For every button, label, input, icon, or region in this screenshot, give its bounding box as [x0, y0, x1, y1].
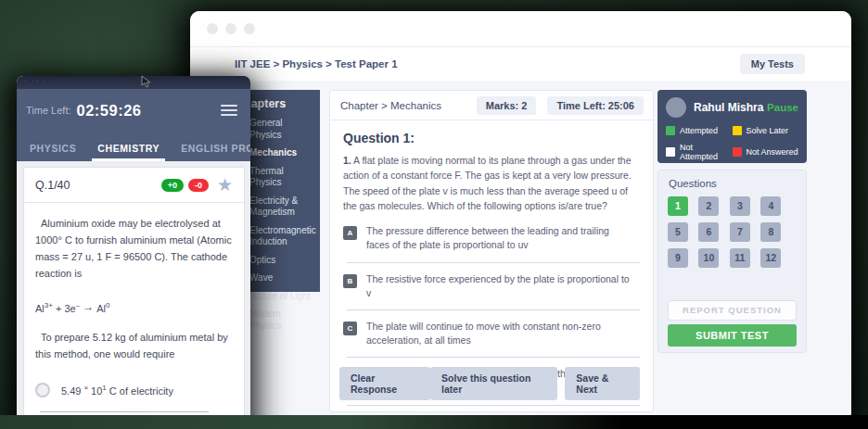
tab-english-proficiency[interactable]: ENGLISH PROFICIENCY — [175, 143, 250, 161]
chapter-breadcrumb: Chapter > Mechanics — [330, 100, 441, 111]
breadcrumb[interactable]: IIT JEE > Physics > Test Paper 1 — [235, 47, 398, 81]
user-row: Rahul Mishra Pause — [666, 97, 798, 118]
divider — [347, 262, 640, 263]
legend-not-answered: Not Answered — [733, 143, 799, 161]
option-a[interactable]: A The pressure difference between the le… — [343, 224, 640, 252]
question-4-button[interactable]: 4 — [760, 196, 781, 216]
phone-header: Time Left: 02:59:26 — [17, 89, 250, 132]
option-c-badge: C — [343, 322, 357, 335]
question-card: Chapter > Mechanics Marks: 2 Time Left: … — [329, 90, 654, 412]
tab-chemistry[interactable]: CHEMISTRY — [92, 143, 165, 161]
mouse-cursor — [141, 75, 152, 88]
not-answered-swatch — [733, 147, 742, 157]
browser-window: IIT JEE > Physics > Test Paper 1 My Test… — [190, 11, 851, 422]
mobile-app-overlay: Time Left: 02:59:26 PHYSICS CHEMISTRY EN… — [17, 76, 250, 429]
phone-question-text-2: To prepare 5.12 kg of aluminium metal by… — [35, 329, 233, 362]
user-panel: Rahul Mishra Pause Attempted Solve Later… — [657, 90, 807, 163]
time-left-label: Time Left: — [26, 105, 71, 116]
bookmark-star-icon[interactable]: ★ — [217, 176, 233, 194]
phone-question-meta: Q.1/40 +0 -0 ★ — [35, 176, 233, 194]
question-10-button[interactable]: 10 — [698, 248, 719, 268]
time-left-badge: Time Left: 25:06 — [547, 96, 644, 115]
user-name: Rahul Mishra — [694, 101, 763, 114]
solve-later-button[interactable]: Solve this question later — [430, 367, 557, 400]
phone-body: Q.1/40 +0 -0 ★ Aluminium oxide may be el… — [17, 161, 250, 429]
question-3-button[interactable]: 3 — [730, 196, 750, 216]
hamburger-menu-icon[interactable] — [221, 102, 237, 119]
option-a-badge: A — [343, 226, 357, 240]
question-card-header: Chapter > Mechanics Marks: 2 Time Left: … — [330, 91, 653, 120]
question-7-button[interactable]: 7 — [730, 222, 750, 242]
question-12-button[interactable]: 12 — [760, 248, 781, 268]
phone-option-1[interactable]: 5.49×101 C of electricity — [35, 383, 233, 397]
window-titlebar — [190, 11, 851, 47]
desk-surface — [0, 415, 868, 429]
radio-button[interactable] — [35, 383, 50, 397]
tab-physics[interactable]: PHYSICS — [24, 143, 82, 161]
window-control-dot — [207, 23, 218, 34]
attempted-swatch — [666, 126, 675, 135]
countdown-timer: 02:59:26 — [77, 102, 142, 120]
avatar — [666, 97, 686, 118]
phone-status-bar — [17, 76, 250, 89]
main-content: Chapters General Physics Mechanics Therm… — [190, 81, 851, 422]
status-legend: Attempted Solve Later Not Attempted Not … — [666, 126, 798, 161]
negative-marks-badge: -0 — [188, 179, 209, 192]
phone-question-text: Aluminium oxide may be electrolysed at 1… — [35, 215, 233, 283]
option-b-badge: B — [343, 274, 357, 288]
divider — [347, 405, 640, 406]
reaction-arrow: → — [80, 300, 96, 313]
legend-attempted: Attempted — [666, 126, 733, 135]
divider — [347, 309, 640, 310]
question-9-button[interactable]: 9 — [668, 248, 688, 268]
question-6-button[interactable]: 6 — [698, 222, 719, 242]
option-b[interactable]: B The resistive force experienced by the… — [343, 272, 640, 300]
question-title: Question 1: — [343, 131, 640, 145]
question-body: Question 1: 1. A flat plate is moving no… — [330, 120, 653, 406]
not-attempted-swatch — [666, 147, 675, 157]
question-number-grid: 1 2 3 4 5 6 7 8 9 10 11 12 — [658, 196, 806, 274]
question-8-button[interactable]: 8 — [760, 222, 781, 242]
legend-not-attempted: Not Attempted — [666, 143, 733, 161]
clear-response-button[interactable]: Clear Response — [339, 367, 430, 400]
solve-later-swatch — [733, 126, 742, 135]
questions-title: Questions — [658, 170, 806, 196]
question-11-button[interactable]: 11 — [730, 248, 750, 268]
divider — [24, 202, 244, 203]
question-5-button[interactable]: 5 — [668, 222, 688, 242]
window-control-dot — [244, 23, 255, 34]
positive-marks-badge: +0 — [161, 179, 184, 192]
divider — [347, 357, 640, 358]
question-text: 1. A flat plate is moving normal to its … — [343, 153, 640, 213]
phone-question-card: Q.1/40 +0 -0 ★ Aluminium oxide may be el… — [23, 167, 245, 429]
pause-button[interactable]: Pause — [767, 102, 798, 113]
window-control-dot — [225, 23, 236, 34]
my-tests-button[interactable]: My Tests — [740, 54, 805, 74]
question-number: 1. — [343, 155, 351, 166]
save-next-button[interactable]: Save & Next — [565, 367, 640, 400]
breadcrumb-bar: IIT JEE > Physics > Test Paper 1 My Test… — [190, 47, 851, 82]
submit-test-button[interactable]: SUBMIT TEST — [668, 324, 797, 347]
option-c[interactable]: C The plate will continue to move with c… — [343, 320, 640, 347]
question-1-button[interactable]: 1 — [668, 196, 688, 216]
marks-badge: Marks: 2 — [477, 96, 537, 115]
report-question-button[interactable]: REPORT QUESTION — [668, 300, 797, 321]
divider — [40, 411, 209, 412]
questions-navigator: Questions 1 2 3 4 5 6 7 8 9 10 11 12 REP… — [657, 170, 807, 353]
question-actions: Clear Response Solve this question later… — [339, 367, 640, 400]
subject-tabs: PHYSICS CHEMISTRY ENGLISH PROFICIENCY — [17, 132, 250, 161]
legend-solve-later: Solve Later — [733, 126, 799, 135]
cathode-reaction-formula: Al3+ + 3e–→Al0 — [35, 298, 233, 317]
question-2-button[interactable]: 2 — [698, 196, 719, 216]
question-counter: Q.1/40 — [35, 179, 70, 192]
